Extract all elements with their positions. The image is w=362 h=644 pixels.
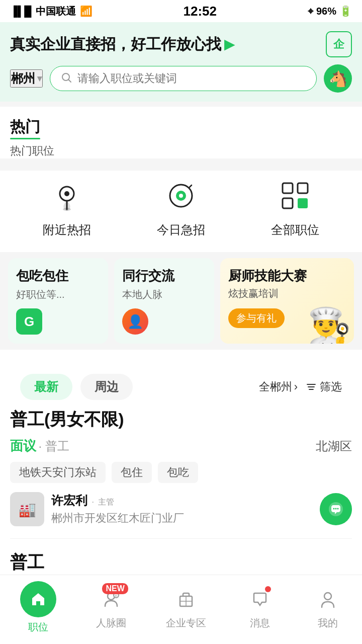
location-selector[interactable]: 郴州 ▾ [10, 69, 43, 88]
status-time: 12:52 [183, 4, 217, 19]
job-card-1[interactable]: 普工(男女不限) 面议 · 普工 北湖区 地铁天安门东站 包住 包吃 🏭 许宏利… [10, 408, 352, 539]
svg-line-9 [190, 185, 192, 187]
search-box[interactable] [50, 66, 317, 91]
banner-cards: 包吃包住 好职位等... G 同行交流 本地人脉 👤 厨师技能大赛 炫技赢培训 … [8, 258, 354, 344]
nav-profile-label: 我的 [318, 616, 338, 630]
company-info-1: 许宏利 · 主管 郴州市开发区红木匠门业厂 [51, 493, 313, 526]
svg-point-5 [63, 208, 71, 211]
chevron-down-icon: ▾ [37, 73, 42, 84]
company-name-1: 郴州市开发区红木匠门业厂 [51, 511, 313, 526]
battery-icon: 🔋 [339, 5, 352, 17]
card-chef-sub: 炫技赢培训 [228, 287, 346, 300]
job-title-1: 普工(男女不限) [10, 408, 352, 431]
salary-text-1: 面议 [10, 438, 36, 453]
quick-label-all: 全部职位 [271, 222, 319, 238]
job-salary-1: 面议 · 普工 [10, 437, 69, 455]
carrier-signal: ▐▌█ 中国联通 📶 [10, 5, 93, 18]
card-chef[interactable]: 厨师技能大赛 炫技赢培训 参与有礼 👨‍🍳 [220, 258, 354, 344]
company-avatar-1: 🏭 [10, 492, 44, 526]
nav-messages-label: 消息 [250, 616, 270, 630]
participate-button[interactable]: 参与有礼 [228, 308, 285, 328]
job-title-2: 普工 [10, 551, 352, 574]
chat-button-1[interactable] [320, 493, 352, 525]
nav-enterprise-label: 企业专区 [166, 616, 206, 630]
quick-item-nearby[interactable]: 附近热招 [43, 176, 91, 238]
quick-item-urgent[interactable]: 今日急招 [157, 176, 205, 238]
svg-point-18 [333, 508, 335, 510]
hot-subtitle: 热门职位 [10, 143, 352, 158]
signal-icon: ▐▌█ [10, 6, 32, 17]
bottom-nav: 职位 + NEW 人脉圈 企业专区 [0, 575, 362, 644]
battery-area: ⌖ 96% 🔋 [308, 5, 352, 17]
location-text: 郴州 [11, 70, 35, 87]
card-network[interactable]: 同行交流 本地人脉 👤 [114, 258, 214, 344]
card-food[interactable]: 包吃包住 好职位等... G [8, 258, 108, 344]
card-network-sub: 本地人脉 [122, 288, 206, 301]
card-chef-title: 厨师技能大赛 [228, 267, 346, 285]
tab-nearby[interactable]: 周边 [80, 374, 133, 400]
avatar[interactable]: 🐴 [324, 64, 352, 93]
recruiter-role-1: 主管 [98, 498, 114, 506]
card-network-icon: 👤 [122, 308, 148, 335]
location-icon: ⌖ [308, 6, 313, 17]
quick-item-all[interactable]: 全部职位 [271, 176, 319, 238]
nav-enterprise[interactable]: 企业专区 [166, 585, 206, 630]
svg-text:+: + [115, 594, 117, 598]
quick-label-urgent: 今日急招 [157, 222, 205, 238]
tag-food: 包吃 [158, 462, 198, 483]
card-food-sub: 好职位等... [16, 288, 100, 301]
tag-housing: 包住 [112, 462, 152, 483]
enterprise-nav-icon [172, 585, 200, 613]
chevron-right-icon: › [294, 380, 298, 393]
quick-label-nearby: 附近热招 [43, 222, 91, 238]
status-bar: ▐▌█ 中国联通 📶 12:52 ⌖ 96% 🔋 [0, 0, 362, 22]
nav-network[interactable]: + NEW 人脉圈 [96, 585, 126, 630]
search-icon [60, 71, 72, 86]
banner-title: 真实企业直接招，好工作放心找 [10, 34, 221, 55]
avatar-emoji: 🐴 [329, 70, 347, 88]
enterprise-icon-button[interactable]: 企 [326, 31, 352, 57]
filter-button[interactable]: 筛选 [306, 379, 342, 394]
urgent-icon [161, 176, 201, 216]
search-input[interactable] [77, 72, 306, 85]
svg-point-19 [335, 508, 337, 510]
recruiter-dot-1: · [92, 498, 96, 506]
battery-percent: 96% [316, 6, 336, 17]
hot-title: 热门 [10, 117, 40, 137]
new-badge: NEW [102, 583, 128, 594]
home-icon [20, 581, 56, 617]
recruiter-name-1: 许宏利 [51, 494, 87, 507]
nav-profile[interactable]: 我的 [314, 585, 342, 630]
tag-metro: 地铁天安门东站 [10, 462, 106, 483]
svg-rect-10 [283, 183, 293, 193]
tab-latest[interactable]: 最新 [20, 374, 72, 400]
filter-row: 最新 周边 全郴州 › 筛选 [10, 366, 352, 408]
svg-point-20 [337, 508, 339, 510]
nearby-icon [47, 176, 87, 216]
location-filter-text: 全郴州 [259, 379, 292, 394]
svg-rect-11 [298, 183, 308, 193]
banner-arrow-icon: ▶ [224, 37, 234, 52]
svg-rect-13 [298, 198, 308, 208]
header-banner: 真实企业直接招，好工作放心找 ▶ 企 [0, 22, 362, 64]
job-location-1: 北湖区 [316, 438, 352, 454]
location-filter[interactable]: 全郴州 › [259, 379, 298, 394]
wifi-icon: 📶 [80, 5, 93, 17]
banner-text[interactable]: 真实企业直接招，好工作放心找 ▶ [10, 34, 234, 55]
carrier-name: 中国联通 [36, 5, 76, 18]
message-dot-badge [265, 586, 271, 592]
recruiter-row-1: 许宏利 · 主管 [51, 493, 313, 509]
all-jobs-icon [275, 176, 315, 216]
quick-icons-row: 附近热招 今日急招 全部职位 [0, 171, 362, 252]
nav-messages[interactable]: 消息 [246, 585, 274, 630]
filter-label: 筛选 [320, 379, 342, 394]
nav-jobs-label: 职位 [28, 620, 48, 634]
messages-nav-icon [246, 585, 274, 613]
card-food-icon: G [16, 308, 42, 335]
job-tags-1: 地铁天安门东站 包住 包吃 [10, 462, 352, 483]
company-row-1: 🏭 许宏利 · 主管 郴州市开发区红木匠门业厂 [10, 492, 352, 526]
job-meta-1: 面议 · 普工 北湖区 [10, 437, 352, 455]
svg-point-3 [64, 191, 69, 196]
chef-figure: 👨‍🍳 [307, 308, 351, 344]
nav-jobs[interactable]: 职位 [20, 581, 56, 634]
